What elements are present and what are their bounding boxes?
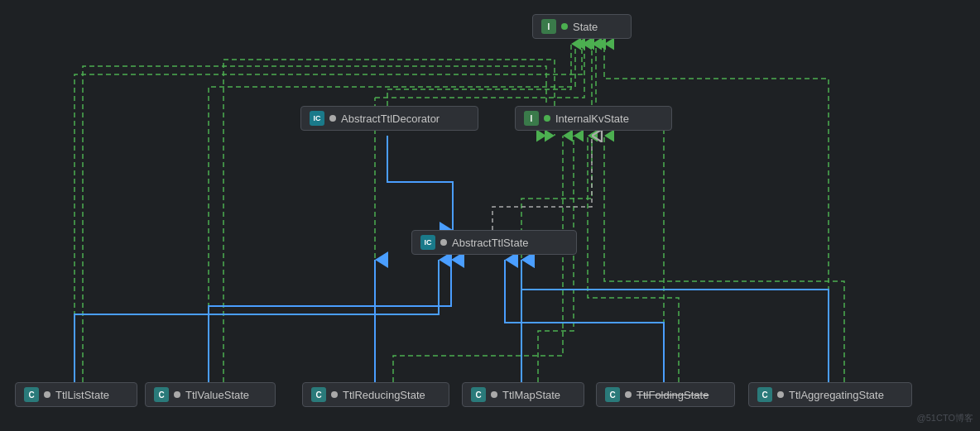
node-abstract-ttl-decorator: IC AbstractTtlDecorator — [300, 106, 478, 131]
dot-ttl-reducing-state — [331, 391, 338, 398]
dot-ttl-aggregating-state — [777, 391, 784, 398]
badge-abstract-ttl-state: IC — [420, 235, 435, 250]
badge-state: I — [541, 19, 556, 34]
dot-ttl-list-state — [44, 391, 50, 398]
badge-ttl-reducing-state: C — [311, 387, 326, 402]
node-ttl-map-state: C TtlMapState — [462, 382, 584, 407]
node-ttl-list-state: C TtlListState — [15, 382, 137, 407]
diagram-container: I State IC AbstractTtlDecorator I Intern… — [0, 0, 980, 431]
node-internal-kv-state: I InternalKvState — [515, 106, 672, 131]
label-state: State — [573, 21, 598, 33]
watermark: @51CTO博客 — [917, 412, 973, 424]
badge-internal-kv-state: I — [524, 111, 539, 126]
node-ttl-value-state: C TtlValueState — [145, 382, 276, 407]
label-ttl-list-state: TtlListState — [55, 389, 109, 401]
dot-abstract-ttl-state — [440, 239, 447, 246]
connections-svg — [0, 0, 980, 431]
badge-ttl-value-state: C — [154, 387, 169, 402]
badge-ttl-list-state: C — [24, 387, 39, 402]
dot-ttl-map-state — [491, 391, 497, 398]
label-ttl-folding-state: TtlFoldingState — [637, 389, 709, 401]
label-ttl-map-state: TtlMapState — [502, 389, 560, 401]
badge-ttl-aggregating-state: C — [757, 387, 772, 402]
label-internal-kv-state: InternalKvState — [555, 113, 629, 125]
node-ttl-reducing-state: C TtlReducingState — [302, 382, 449, 407]
label-ttl-aggregating-state: TtlAggregatingState — [789, 389, 884, 401]
node-ttl-aggregating-state: C TtlAggregatingState — [748, 382, 912, 407]
dot-ttl-folding-state — [625, 391, 632, 398]
label-abstract-ttl-decorator: AbstractTtlDecorator — [341, 113, 440, 125]
node-abstract-ttl-state: IC AbstractTtlState — [411, 230, 577, 255]
badge-ttl-folding-state: C — [605, 387, 620, 402]
badge-ttl-map-state: C — [471, 387, 486, 402]
dot-ttl-value-state — [174, 391, 180, 398]
dot-internal-kv-state — [544, 115, 550, 122]
label-ttl-reducing-state: TtlReducingState — [343, 389, 425, 401]
node-ttl-folding-state: C TtlFoldingState — [596, 382, 735, 407]
badge-abstract-ttl-decorator: IC — [310, 111, 324, 126]
dot-abstract-ttl-decorator — [329, 115, 336, 122]
dot-state — [561, 23, 568, 30]
node-state: I State — [532, 14, 632, 39]
label-abstract-ttl-state: AbstractTtlState — [452, 237, 528, 249]
label-ttl-value-state: TtlValueState — [185, 389, 249, 401]
